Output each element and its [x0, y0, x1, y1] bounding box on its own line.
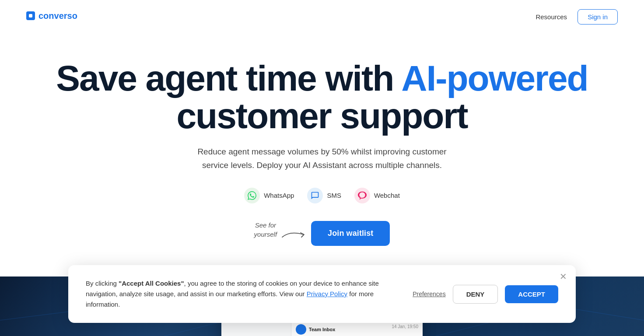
cookie-text: By clicking "Accept All Cookies", you ag…	[86, 278, 395, 310]
webchat-icon	[354, 188, 370, 203]
whatsapp-label: WhatsApp	[264, 192, 294, 199]
channel-webchat: Webchat	[354, 188, 400, 203]
arrow-icon	[281, 228, 308, 242]
navbar: converso Resources Sign in	[0, 0, 644, 33]
logo: converso	[26, 8, 96, 25]
see-for-yourself-text: See for yourself	[254, 220, 277, 239]
deny-button[interactable]: DENY	[453, 285, 498, 304]
webchat-label: Webchat	[374, 192, 400, 199]
cookie-close-button[interactable]: ✕	[560, 272, 567, 281]
sms-label: SMS	[327, 192, 341, 199]
hero-title-part1: Save agent time with	[56, 58, 401, 98]
privacy-policy-link[interactable]: Privacy Policy	[307, 290, 347, 298]
channel-sms: SMS	[307, 188, 341, 203]
accept-button[interactable]: ACCEPT	[505, 285, 558, 303]
channel-whatsapp: WhatsApp	[244, 188, 294, 203]
sms-icon	[307, 188, 323, 203]
preferences-button[interactable]: Preferences	[413, 290, 445, 298]
nav-right: Resources Sign in	[536, 9, 618, 24]
signin-button[interactable]: Sign in	[578, 9, 618, 24]
svg-text:converso: converso	[38, 11, 77, 21]
join-waitlist-button[interactable]: Join waitlist	[311, 221, 390, 246]
hero-subtitle: Reduce agent message volumes by 50% whil…	[18, 145, 626, 172]
hero-title-highlight: AI-powered	[401, 58, 588, 98]
hero-title: Save agent time with AI-powered customer…	[18, 60, 626, 135]
whatsapp-icon	[244, 188, 260, 203]
svg-rect-1	[29, 14, 32, 18]
cookie-banner: ✕ By clicking "Accept All Cookies", you …	[68, 265, 576, 323]
resources-link[interactable]: Resources	[536, 13, 567, 21]
cookie-actions: Preferences DENY ACCEPT	[413, 285, 558, 304]
channels-row: WhatsApp SMS Webchat	[18, 188, 626, 203]
ui-message-row: Team Inbox 14 Jan, 19:50	[296, 322, 418, 336]
cta-area: See for yourself Join waitlist	[18, 221, 626, 246]
hero-title-part2: customer support	[176, 96, 467, 136]
hero-section: Save agent time with AI-powered customer…	[0, 33, 644, 259]
